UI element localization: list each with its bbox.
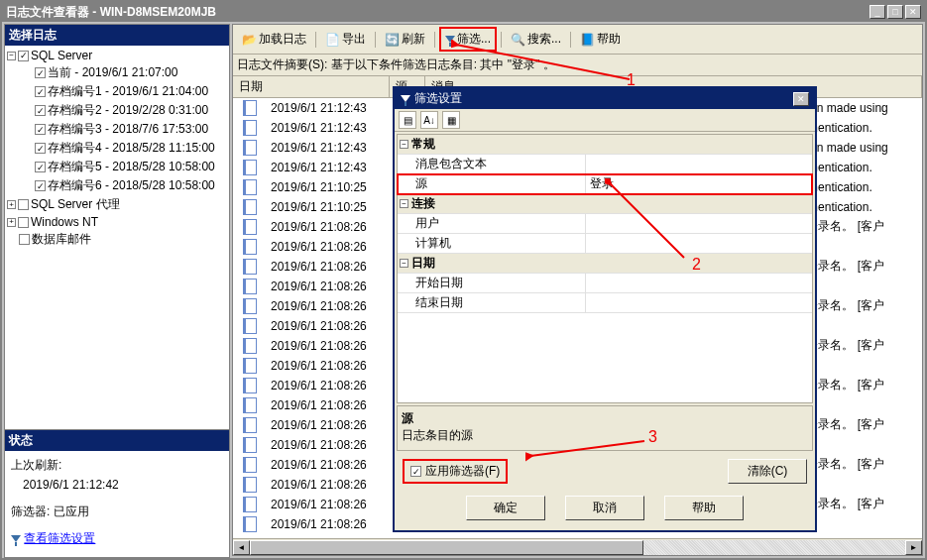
cell-date: 2019/6/1 21:08:26 [267, 498, 390, 511]
page-icon [243, 199, 257, 215]
scroll-thumb[interactable] [250, 540, 643, 555]
cell-date: 2019/6/1 21:12:43 [267, 121, 390, 135]
expander-icon[interactable]: + [7, 218, 16, 227]
ok-button[interactable]: 确定 [466, 496, 545, 520]
page-icon [243, 497, 257, 512]
checkbox[interactable] [35, 124, 46, 135]
expander-icon[interactable]: − [400, 199, 408, 208]
search-button[interactable]: 🔍搜索... [506, 28, 566, 51]
cell-date: 2019/6/1 21:08:26 [267, 339, 390, 353]
expander-icon[interactable]: + [7, 200, 16, 209]
checkbox[interactable] [19, 234, 30, 245]
apply-filter-checkbox[interactable] [410, 466, 421, 477]
last-refresh-value: 2019/6/1 21:12:42 [11, 478, 223, 492]
page-icon [243, 437, 257, 453]
log-tree[interactable]: − SQL Server 当前 - 2019/6/1 21:07:00 存档编号… [5, 46, 229, 429]
cancel-button[interactable]: 取消 [565, 496, 644, 520]
property-grid[interactable]: − 常规 消息包含文本 源登录 − 连接 用户 计算机 − 日期 开始日期 结束… [397, 134, 813, 403]
tree-windows-nt[interactable]: +Windows NT [7, 214, 227, 230]
checkbox[interactable] [35, 67, 46, 78]
status-header: 状态 [5, 430, 229, 451]
clear-button[interactable]: 清除(C) [728, 459, 807, 484]
page-icon [243, 417, 257, 433]
tree-item[interactable]: 存档编号1 - 2019/6/1 21:04:00 [7, 82, 227, 101]
tree-item[interactable]: 存档编号3 - 2018/7/6 17:53:00 [7, 120, 227, 139]
cell-date: 2019/6/1 21:12:43 [267, 161, 390, 174]
cell-date: 2019/6/1 21:08:26 [267, 220, 390, 234]
checkbox[interactable] [35, 143, 46, 154]
prop-user[interactable]: 用户 [398, 214, 586, 233]
tree-item[interactable]: 存档编号2 - 2019/2/28 0:31:00 [7, 101, 227, 120]
page-icon [243, 279, 257, 294]
dialog-toolbar: ▤ A↓ ▦ [395, 109, 815, 132]
page-icon [243, 140, 257, 156]
checkbox[interactable] [35, 86, 46, 97]
page-icon [243, 477, 257, 493]
minimize-button[interactable]: _ [869, 5, 885, 19]
page-icon [243, 338, 257, 354]
col-date[interactable]: 日期 [233, 76, 390, 97]
tree-item[interactable]: 存档编号6 - 2018/5/28 10:58:00 [7, 176, 227, 195]
property-pages-icon[interactable]: ▦ [442, 111, 460, 129]
summary-bar: 日志文件摘要(S): 基于以下条件筛选日志条目: 其中 "登录" 。 [233, 55, 922, 76]
checkbox[interactable] [35, 105, 46, 116]
page-icon [243, 457, 257, 473]
expander-icon[interactable]: − [400, 259, 408, 268]
maximize-button[interactable]: □ [887, 5, 903, 19]
checkbox[interactable] [35, 180, 46, 191]
cell-date: 2019/6/1 21:08:26 [267, 438, 390, 452]
cell-date: 2019/6/1 21:08:26 [267, 418, 390, 432]
page-icon [243, 259, 257, 275]
prop-source[interactable]: 源 [398, 174, 586, 193]
page-icon [243, 378, 257, 393]
cell-date: 2019/6/1 21:12:43 [267, 141, 390, 155]
alphabetical-icon[interactable]: A↓ [420, 111, 438, 129]
dialog-titlebar: 筛选设置 ✕ [395, 88, 815, 109]
page-icon [243, 160, 257, 175]
prop-enddate[interactable]: 结束日期 [398, 293, 586, 312]
scroll-right-button[interactable]: ► [905, 540, 922, 555]
checkbox[interactable] [18, 199, 29, 210]
expander-icon[interactable]: − [7, 52, 16, 60]
cell-date: 2019/6/1 21:08:26 [267, 359, 390, 373]
refresh-button[interactable]: 🔄刷新 [380, 28, 430, 51]
prop-msgcontains[interactable]: 消息包含文本 [398, 155, 586, 173]
funnel-icon [445, 36, 455, 43]
funnel-icon [401, 95, 410, 102]
checkbox[interactable] [18, 51, 29, 61]
checkbox[interactable] [18, 217, 29, 228]
cell-date: 2019/6/1 21:08:26 [267, 517, 390, 531]
view-filter-link[interactable]: 查看筛选设置 [24, 531, 95, 545]
page-icon [243, 516, 257, 532]
load-log-button[interactable]: 📂加载日志 [237, 28, 311, 51]
apply-filter-label[interactable]: 应用筛选器(F) [425, 463, 500, 480]
filter-button[interactable]: 筛选... [439, 27, 497, 52]
tree-sql-server[interactable]: − SQL Server [7, 48, 227, 63]
categorized-icon[interactable]: ▤ [399, 111, 416, 129]
funnel-icon [11, 535, 21, 542]
status-panel: 状态 上次刷新: 2019/6/1 21:12:42 筛选器: 已应用 查看筛选… [5, 429, 229, 557]
close-button[interactable]: ✕ [905, 5, 921, 19]
cell-date: 2019/6/1 21:10:25 [267, 200, 390, 214]
tree-item[interactable]: 存档编号4 - 2018/5/28 11:15:00 [7, 139, 227, 158]
page-icon [243, 100, 257, 116]
page-icon [243, 219, 257, 235]
prop-computer[interactable]: 计算机 [398, 234, 586, 253]
export-button[interactable]: 📄导出 [320, 28, 371, 51]
page-icon [243, 239, 257, 255]
tree-dbmail[interactable]: 数据库邮件 [7, 230, 227, 249]
dialog-help-button[interactable]: 帮助 [664, 496, 744, 520]
help-button[interactable]: 📘帮助 [575, 28, 626, 51]
cell-date: 2019/6/1 21:08:26 [267, 319, 390, 333]
horizontal-scrollbar[interactable]: ◄ ► [233, 538, 922, 555]
cell-date: 2019/6/1 21:08:26 [267, 280, 390, 293]
dialog-close-button[interactable]: ✕ [793, 92, 809, 106]
expander-icon[interactable]: − [400, 140, 408, 149]
tree-item[interactable]: 存档编号5 - 2018/5/28 10:58:00 [7, 158, 227, 176]
scroll-left-button[interactable]: ◄ [233, 540, 250, 555]
tree-sql-agent[interactable]: +SQL Server 代理 [7, 195, 227, 214]
tree-item[interactable]: 当前 - 2019/6/1 21:07:00 [7, 63, 227, 82]
prop-source-value[interactable]: 登录 [586, 174, 812, 193]
checkbox[interactable] [35, 162, 46, 172]
prop-startdate[interactable]: 开始日期 [398, 274, 586, 292]
